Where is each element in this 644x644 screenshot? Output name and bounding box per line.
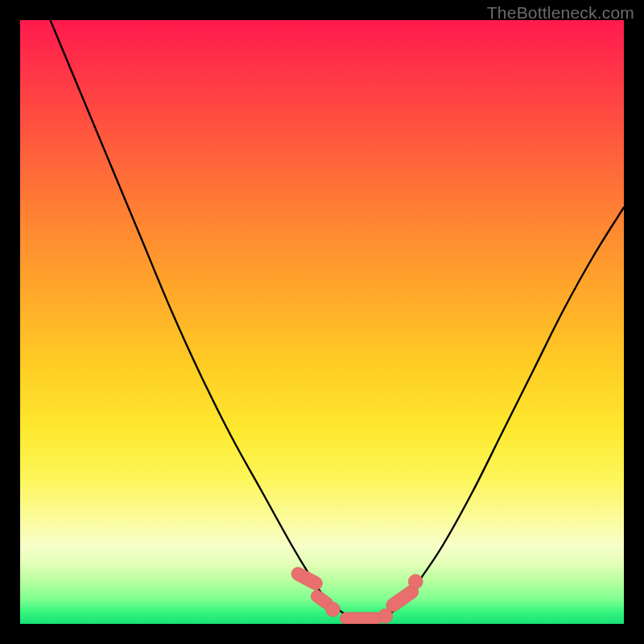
curve-layer [51,20,625,618]
watermark-text: TheBottleneck.com [487,3,634,23]
marker-layer [289,565,423,624]
chart-svg [20,20,624,624]
bottleneck-curve [51,20,625,618]
marker-dot [326,602,341,617]
marker-dot [408,575,423,589]
chart-frame: TheBottleneck.com [0,0,644,644]
marker-pill [341,613,383,624]
plot-area [20,20,624,624]
